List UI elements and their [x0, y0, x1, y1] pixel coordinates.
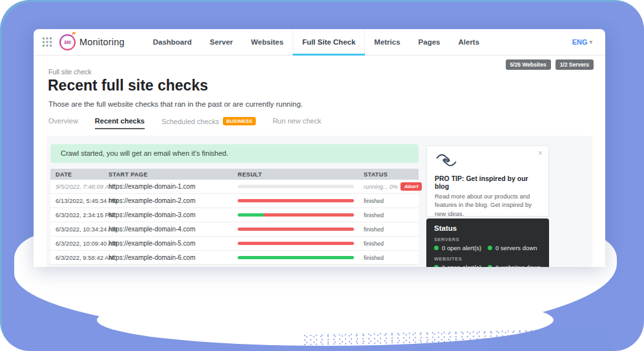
nav-item-server[interactable]: Server — [201, 29, 242, 55]
tab-scheduled-checks[interactable]: Scheduled checksBUSINESS — [161, 117, 256, 129]
progress-bar — [238, 199, 354, 202]
cell-status: finished — [364, 212, 419, 218]
tab-label: Recent checks — [95, 117, 145, 125]
progress-bar — [238, 242, 354, 245]
cell-status: finished — [364, 255, 419, 261]
status-section-row: 0 open alert(s)0 websites down — [434, 264, 541, 267]
cell-start-page: https://example-domain-6.com — [109, 254, 238, 261]
logo-360-icon: 360 — [59, 34, 76, 50]
nav-item-dashboard[interactable]: Dashboard — [144, 29, 201, 55]
cell-result — [238, 228, 364, 231]
cell-start-page: https://example-domain-2.com — [109, 197, 238, 204]
logo-flag-icon — [72, 32, 76, 36]
cell-date: 6/3/2022, 2:34:15 PM — [56, 211, 109, 218]
progress-segment-green — [238, 213, 264, 217]
status-item: 0 open alert(s) — [434, 264, 488, 267]
top-navbar: 360 Monitoring DashboardServerWebsitesFu… — [34, 29, 605, 56]
table-row: 6/3/2022, 10:34:24 AMhttps://example-dom… — [50, 222, 419, 237]
progress-bar — [238, 228, 354, 231]
column-header-result: RESULT — [238, 171, 364, 178]
cell-result — [238, 199, 364, 202]
status-item-text: 0 servers down — [495, 244, 537, 251]
cell-start-page: https://example-domain-3.com — [109, 211, 238, 218]
status-item-text: 0 open alert(s) — [442, 264, 481, 267]
brand-name: Monitoring — [79, 37, 125, 47]
nav-item-alerts[interactable]: Alerts — [449, 29, 488, 55]
progress-segment-gray — [238, 185, 354, 188]
logo-360-text: 360 — [64, 40, 71, 45]
column-header-start-page: START PAGE — [109, 171, 238, 178]
tab-run-new-check[interactable]: Run new check — [273, 117, 321, 128]
tab-label: Scheduled checks — [161, 118, 219, 125]
protip-card: × PRO TIP: Get inspired by our blog Read… — [426, 145, 549, 217]
language-label: ENG — [572, 38, 588, 46]
cell-status: finished — [364, 226, 419, 233]
table-row: 9/5/2022, 7:48:09 AMhttps://example-doma… — [50, 180, 419, 194]
breadcrumb: Full site check — [48, 68, 92, 76]
nav-item-websites[interactable]: Websites — [242, 29, 293, 55]
green-dot-icon — [488, 265, 492, 267]
cell-start-page: https://example-domain-1.com — [109, 183, 238, 190]
language-selector[interactable]: ENG ▾ — [572, 38, 592, 46]
app-window: 360 Monitoring DashboardServerWebsitesFu… — [34, 29, 605, 267]
protip-body: Read more about our products and feature… — [435, 192, 541, 218]
column-header-date: DATE — [56, 171, 109, 178]
handshake-icon — [435, 152, 458, 169]
app-launcher-icon[interactable] — [43, 37, 52, 47]
status-text: finished — [364, 226, 384, 233]
progress-segment-red — [238, 242, 354, 245]
green-dot-icon — [488, 246, 492, 250]
usage-badge-5-25-websites: 5/25 Websites — [506, 59, 551, 70]
nav-item-full-site-check[interactable]: Full Site Check — [293, 29, 365, 55]
status-item: 0 websites down — [488, 264, 541, 267]
cell-date: 6/13/2022, 5:45:34 PM — [56, 197, 109, 204]
progress-bar — [238, 213, 354, 217]
cell-start-page: https://example-domain-5.com — [109, 240, 238, 247]
table-header: DATESTART PAGERESULTSTATUS — [50, 169, 419, 180]
table-row: 6/13/2022, 5:45:34 PMhttps://example-dom… — [50, 194, 419, 208]
progress-segment-red — [264, 213, 354, 217]
nav-item-metrics[interactable]: Metrics — [365, 29, 409, 55]
page-title: Recent full site checks — [48, 77, 208, 94]
tab-label: Run new check — [273, 117, 321, 125]
progress-bar — [238, 256, 354, 259]
chevron-down-icon: ▾ — [589, 39, 592, 45]
progress-segment-red — [238, 199, 354, 202]
column-header-status: STATUS — [364, 171, 419, 178]
cell-date: 6/3/2022, 9:58:42 AM — [56, 254, 109, 261]
status-section-label-websites: WEBSITES — [434, 256, 541, 262]
table-row: 6/3/2022, 10:09:40 AMhttps://example-dom… — [50, 237, 419, 251]
status-sections: SERVERS0 open alert(s)0 servers downWEBS… — [434, 237, 541, 267]
checks-table: DATESTART PAGERESULTSTATUS 9/5/2022, 7:4… — [50, 169, 419, 265]
cell-date: 9/5/2022, 7:48:09 AM — [56, 183, 109, 190]
usage-badges: 5/25 Websites1/2 Servers — [506, 59, 594, 70]
cell-status: running... 0%Abort — [364, 182, 422, 191]
status-item-text: 0 websites down — [495, 264, 541, 267]
progress-segment-red — [238, 228, 354, 231]
cell-result — [238, 242, 364, 245]
cell-date: 6/3/2022, 10:34:24 AM — [56, 226, 109, 233]
cell-status: finished — [364, 240, 419, 247]
tab-overview[interactable]: Overview — [48, 117, 78, 128]
abort-button[interactable]: Abort — [400, 182, 422, 191]
tab-recent-checks[interactable]: Recent checks — [95, 117, 145, 129]
status-text: finished — [364, 255, 384, 261]
table-row: 6/3/2022, 2:34:15 PMhttps://example-doma… — [50, 208, 419, 222]
status-item: 0 servers down — [488, 244, 541, 251]
cell-start-page: https://example-domain-4.com — [109, 226, 238, 233]
tab-label: Overview — [48, 117, 78, 125]
nav-item-pages[interactable]: Pages — [410, 29, 450, 55]
table-body: 9/5/2022, 7:48:09 AMhttps://example-doma… — [50, 180, 419, 265]
cell-date: 6/3/2022, 10:09:40 AM — [56, 240, 109, 247]
progress-segment-green — [238, 256, 354, 259]
business-badge: BUSINESS — [223, 117, 256, 125]
protip-title: PRO TIP: Get inspired by our blog — [435, 175, 541, 190]
cell-result — [238, 213, 364, 217]
success-alert: Crawl started, you will get an email whe… — [50, 144, 419, 163]
status-item: 0 open alert(s) — [434, 244, 488, 251]
cell-result — [238, 185, 364, 188]
close-icon[interactable]: × — [538, 149, 543, 157]
table-row: 6/3/2022, 9:58:42 AMhttps://example-doma… — [50, 251, 419, 265]
cell-status: finished — [364, 198, 419, 204]
logo[interactable]: 360 Monitoring — [59, 34, 125, 50]
